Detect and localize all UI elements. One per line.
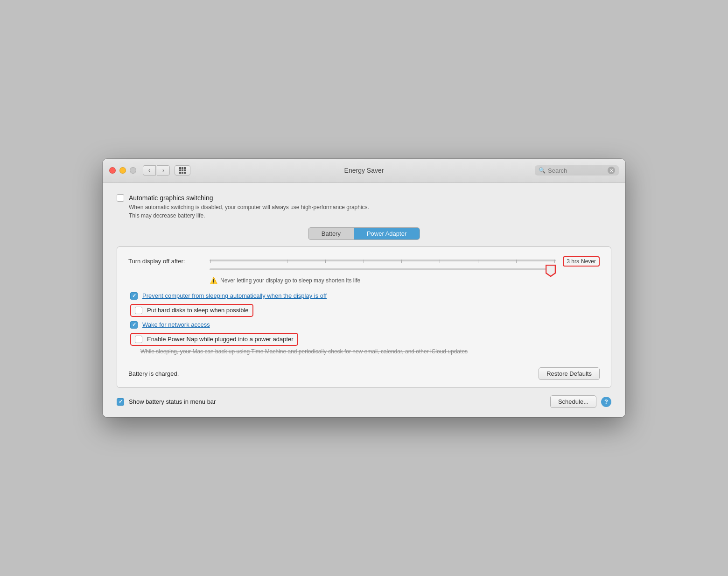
prevent-sleep-label: Prevent computer from sleeping automatic… bbox=[142, 292, 327, 299]
grid-icon bbox=[179, 167, 186, 174]
power-nap-checkbox[interactable] bbox=[135, 336, 142, 343]
tick bbox=[516, 260, 517, 263]
auto-graphics-description: When automatic switching is disabled, yo… bbox=[129, 203, 369, 220]
tick bbox=[401, 260, 402, 263]
prevent-sleep-checkbox[interactable] bbox=[130, 292, 138, 300]
search-input[interactable] bbox=[548, 167, 605, 174]
minimize-button[interactable] bbox=[119, 167, 126, 174]
auto-graphics-section: Automatic graphics switching When automa… bbox=[117, 194, 611, 220]
show-battery-label: Show battery status in menu bar bbox=[129, 398, 216, 405]
main-content: Automatic graphics switching When automa… bbox=[103, 183, 625, 418]
wake-network-label: Wake for network access bbox=[142, 321, 210, 328]
tab-power-adapter[interactable]: Power Adapter bbox=[354, 228, 420, 239]
power-nap-row: Enable Power Nap while plugged into a po… bbox=[130, 333, 298, 346]
slider-track[interactable] bbox=[210, 260, 556, 261]
auto-graphics-checkbox[interactable] bbox=[117, 194, 124, 202]
maximize-button[interactable] bbox=[130, 167, 136, 174]
tabs: Battery Power Adapter bbox=[308, 227, 420, 240]
footer-row: Show battery status in menu bar Schedule… bbox=[117, 395, 611, 408]
energy-saver-window: ‹ › Energy Saver 🔍 ✕ Automatic graphics … bbox=[103, 159, 625, 418]
footer-right: Schedule... ? bbox=[550, 395, 611, 408]
traffic-lights bbox=[109, 167, 136, 174]
slider-label-never: Never bbox=[581, 258, 596, 265]
hard-disk-sleep-row: Put hard disks to sleep when possible bbox=[130, 304, 253, 317]
search-clear-button[interactable]: ✕ bbox=[608, 167, 615, 174]
bottom-row: Battery is charged. Restore Defaults bbox=[128, 363, 600, 380]
prevent-sleep-row: Prevent computer from sleeping automatic… bbox=[130, 290, 600, 302]
tab-battery[interactable]: Battery bbox=[308, 228, 354, 239]
tick bbox=[210, 260, 211, 263]
tick bbox=[554, 260, 555, 263]
show-battery-checkbox[interactable] bbox=[117, 398, 124, 406]
warning-icon: ⚠️ bbox=[210, 277, 217, 284]
warning-text: Never letting your display go to sleep m… bbox=[220, 277, 360, 284]
close-button[interactable] bbox=[109, 167, 116, 174]
wake-network-row: Wake for network access bbox=[130, 319, 600, 331]
tick bbox=[478, 260, 478, 263]
slider-label-3hrs: 3 hrs bbox=[567, 258, 579, 265]
hard-disk-sleep-label: Put hard disks to sleep when possible bbox=[147, 307, 249, 314]
forward-button[interactable]: › bbox=[157, 165, 170, 176]
auto-graphics-title: Automatic graphics switching bbox=[129, 194, 369, 202]
footer-left: Show battery status in menu bar bbox=[117, 398, 216, 406]
tick bbox=[287, 260, 287, 263]
slider-container bbox=[210, 260, 556, 263]
display-label: Turn display off after: bbox=[128, 258, 203, 265]
tab-container: Battery Power Adapter bbox=[117, 227, 611, 240]
tick bbox=[249, 260, 249, 263]
power-nap-label: Enable Power Nap while plugged into a po… bbox=[147, 336, 294, 343]
svg-marker-0 bbox=[546, 265, 555, 276]
tick bbox=[440, 260, 440, 263]
tick bbox=[364, 260, 364, 263]
auto-graphics-text: Automatic graphics switching When automa… bbox=[129, 194, 369, 220]
app-grid-button[interactable] bbox=[175, 165, 190, 176]
help-button[interactable]: ? bbox=[601, 397, 611, 407]
battery-status: Battery is charged. bbox=[128, 370, 179, 377]
warning-row: ⚠️ Never letting your display go to slee… bbox=[210, 277, 600, 284]
restore-defaults-button[interactable]: Restore Defaults bbox=[539, 367, 600, 380]
wake-network-checkbox[interactable] bbox=[130, 321, 138, 329]
search-area: 🔍 ✕ bbox=[535, 165, 619, 176]
schedule-button[interactable]: Schedule... bbox=[550, 395, 596, 408]
titlebar: ‹ › Energy Saver 🔍 ✕ bbox=[103, 159, 625, 183]
nav-buttons: ‹ › bbox=[143, 165, 170, 176]
hard-disk-sleep-checkbox[interactable] bbox=[135, 307, 142, 314]
tick bbox=[325, 260, 326, 263]
search-box[interactable]: 🔍 ✕ bbox=[535, 165, 619, 176]
back-button[interactable]: ‹ bbox=[143, 165, 156, 176]
window-title: Energy Saver bbox=[344, 167, 384, 174]
power-nap-description: While sleeping, your Mac can back up usi… bbox=[140, 348, 600, 356]
inner-panel: Turn display off after: bbox=[117, 246, 611, 388]
search-icon: 🔍 bbox=[539, 167, 546, 174]
slider-thumb-highlighted[interactable] bbox=[546, 265, 556, 277]
display-end: 3 hrs Never bbox=[562, 256, 600, 267]
